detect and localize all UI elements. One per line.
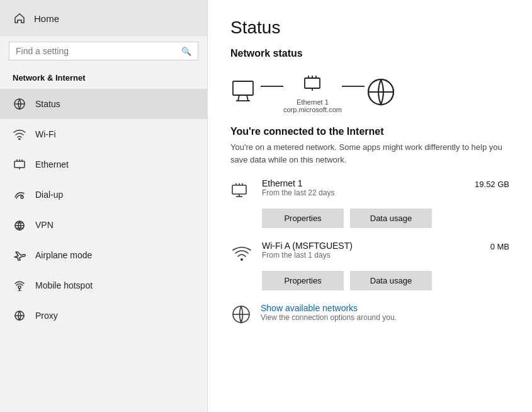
show-networks-icon: [230, 304, 252, 326]
ethernet-sub: From the last 22 days: [262, 188, 466, 197]
ethernet-properties-button[interactable]: Properties: [262, 209, 344, 228]
airplane-icon: [13, 248, 26, 262]
sidebar-item-status[interactable]: Status: [0, 89, 207, 119]
home-label: Home: [34, 13, 59, 24]
sidebar-item-label-dialup: Dial-up: [35, 190, 63, 200]
sidebar-item-label-ethernet: Ethernet: [35, 159, 69, 169]
show-networks: Show available networks View the connect…: [230, 303, 509, 326]
home-icon: [13, 11, 26, 25]
wifi-icon: [13, 127, 26, 141]
sidebar-item-label-vpn: VPN: [35, 220, 54, 230]
sidebar-item-label-hotspot: Mobile hotspot: [35, 280, 93, 290]
ethernet-data-usage-button[interactable]: Data usage: [350, 209, 432, 228]
ethernet-info: Ethernet 1 From the last 22 days: [262, 178, 466, 197]
section-title: Network & Internet: [0, 69, 207, 89]
wifi-properties-button[interactable]: Properties: [262, 271, 344, 290]
svg-point-13: [18, 286, 21, 289]
net-line-1: [261, 86, 283, 87]
diagram-label: Ethernet 1 corp.microsoft.com: [283, 98, 342, 113]
show-networks-text: Show available networks View the connect…: [261, 303, 397, 322]
dialup-icon: [13, 188, 26, 202]
sidebar-item-dialup[interactable]: Dial-up: [0, 180, 207, 210]
vpn-icon: [13, 218, 26, 232]
net-line-2: [342, 86, 365, 87]
sidebar-item-label-proxy: Proxy: [35, 311, 58, 321]
show-networks-sub: View the connection options around you.: [261, 313, 397, 322]
pc-icon: [230, 79, 261, 105]
search-input[interactable]: [16, 46, 176, 56]
main-content: Status Network status Ethernet 1: [208, 0, 532, 412]
network-status-title: Network status: [230, 48, 509, 59]
sidebar-item-ethernet[interactable]: Ethernet: [0, 149, 207, 180]
sidebar-item-vpn[interactable]: VPN: [0, 210, 207, 240]
wifi-info: Wi-Fi A (MSFTGUEST) From the last 1 days: [262, 241, 482, 260]
show-networks-title[interactable]: Show available networks: [261, 303, 397, 313]
hotspot-icon: [13, 278, 26, 292]
connection-status-desc: You're on a metered network. Some apps m…: [230, 141, 509, 166]
wifi-name: Wi-Fi A (MSFTGUEST): [262, 241, 482, 251]
sidebar-item-wifi[interactable]: Wi-Fi: [0, 119, 207, 149]
svg-rect-30: [232, 185, 246, 194]
network-item-ethernet: Ethernet 1 From the last 22 days 19.52 G…: [230, 178, 509, 202]
svg-line-19: [238, 95, 239, 101]
search-box[interactable]: 🔍: [9, 42, 198, 60]
router-icon: Ethernet 1 corp.microsoft.com: [283, 71, 342, 113]
ethernet-icon: [13, 157, 26, 171]
sidebar-item-home[interactable]: Home: [0, 0, 207, 37]
ethernet-device-icon: [230, 180, 253, 202]
wifi-data: 0 MB: [490, 242, 509, 251]
globe-icon: [365, 76, 397, 108]
sidebar-item-label-status: Status: [35, 99, 60, 109]
status-icon: [13, 97, 26, 111]
svg-rect-22: [305, 78, 320, 88]
svg-point-36: [241, 258, 243, 261]
ethernet-name: Ethernet 1: [262, 178, 466, 188]
sidebar-item-airplane[interactable]: Airplane mode: [0, 240, 207, 270]
sidebar-item-label-airplane: Airplane mode: [35, 250, 92, 260]
sidebar-item-label-wifi: Wi-Fi: [35, 129, 56, 139]
network-item-wifi: Wi-Fi A (MSFTGUEST) From the last 1 days…: [230, 241, 509, 265]
ethernet-btn-row: Properties Data usage: [262, 209, 509, 228]
svg-point-2: [19, 139, 20, 140]
wifi-btn-row: Properties Data usage: [262, 271, 509, 290]
proxy-icon: [13, 309, 26, 323]
wifi-sub: From the last 1 days: [262, 251, 482, 260]
wifi-device-icon: [230, 242, 253, 265]
ethernet-data: 19.52 GB: [475, 180, 509, 189]
page-title: Status: [230, 18, 509, 38]
svg-rect-3: [14, 161, 25, 168]
sidebar-item-proxy[interactable]: Proxy: [0, 300, 207, 331]
sidebar-item-hotspot[interactable]: Mobile hotspot: [0, 270, 207, 300]
svg-rect-18: [233, 81, 253, 95]
connection-status-title: You're connected to the Internet: [230, 126, 509, 137]
search-icon: 🔍: [181, 47, 191, 56]
svg-point-8: [21, 196, 23, 198]
sidebar: Home 🔍 Network & Internet Status Wi-Fi: [0, 0, 208, 412]
wifi-data-usage-button[interactable]: Data usage: [350, 271, 432, 290]
svg-line-20: [247, 95, 248, 101]
network-diagram: Ethernet 1 corp.microsoft.com: [230, 71, 509, 113]
